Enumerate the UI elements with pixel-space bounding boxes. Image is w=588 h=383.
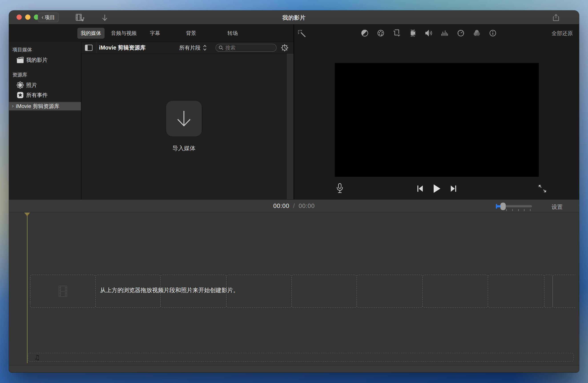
browser-settings-button[interactable] bbox=[281, 44, 289, 52]
enhance-wand-icon bbox=[297, 29, 306, 38]
search-icon bbox=[219, 45, 224, 50]
adjustment-buttons bbox=[361, 29, 497, 37]
enhance-button[interactable] bbox=[297, 29, 306, 38]
sidebar-item-label: 我的影片 bbox=[26, 57, 48, 63]
preview-pane: 全部还原 bbox=[294, 24, 579, 199]
crop-icon[interactable] bbox=[393, 29, 400, 37]
media-browser: iMovie 剪辑资源库 所有片段 bbox=[81, 42, 294, 199]
playhead[interactable] bbox=[24, 213, 30, 364]
playhead-line bbox=[27, 214, 28, 363]
speed-icon[interactable] bbox=[457, 29, 464, 37]
import-media-button[interactable] bbox=[166, 101, 202, 136]
media-browser-content: 导入媒体 bbox=[81, 54, 294, 199]
window-title: 我的影片 bbox=[9, 14, 579, 21]
slider-end-cap bbox=[496, 204, 497, 209]
import-media-label: 导入媒体 bbox=[172, 144, 195, 152]
timecode-display: 00:00 / 00:00 bbox=[9, 203, 579, 210]
play-button[interactable] bbox=[433, 184, 441, 193]
timeline-area[interactable]: 从上方的浏览器拖放视频片段和照片来开始创建影片。 ♫ bbox=[9, 212, 579, 365]
content-area: 我的媒体 音频与视频 字幕 背景 转场 项目媒体 bbox=[9, 24, 579, 199]
clip-placeholder-cell[interactable] bbox=[291, 275, 357, 308]
section-project-media: 项目媒体 bbox=[12, 46, 32, 53]
tab-transitions[interactable]: 转场 bbox=[224, 28, 241, 39]
sidebar-item-label: iMovie 剪辑资源库 bbox=[16, 103, 59, 110]
window-bottom-strip bbox=[9, 365, 579, 373]
time-separator: / bbox=[291, 203, 297, 209]
tab-titles[interactable]: 字幕 bbox=[147, 28, 164, 39]
sidebar-item-photos[interactable]: 照片 bbox=[9, 80, 81, 90]
photos-flower-icon bbox=[17, 81, 24, 89]
film-strip-icon bbox=[59, 286, 67, 297]
adjust-toolbar: 全部还原 bbox=[294, 24, 579, 42]
noise-reduction-icon[interactable] bbox=[441, 29, 449, 37]
sidebar-item-all-events[interactable]: 所有事件 bbox=[9, 90, 81, 100]
info-icon[interactable] bbox=[489, 29, 497, 37]
transport-controls bbox=[294, 184, 579, 193]
current-time: 00:00 bbox=[273, 203, 290, 209]
clip-filter-label: 所有片段 bbox=[179, 44, 201, 51]
fullscreen-button[interactable] bbox=[538, 184, 547, 193]
sidebar-item-label: 照片 bbox=[26, 81, 37, 89]
audio-track-placeholder[interactable]: ♫ bbox=[28, 353, 574, 362]
sidebar-item-imovie-library[interactable]: › iMovie 剪辑资源库 bbox=[9, 102, 81, 110]
timeline-empty-hint: 从上方的浏览器拖放视频片段和照片来开始创建影片。 bbox=[100, 286, 239, 294]
clip-placeholder-cell[interactable] bbox=[357, 275, 423, 308]
stabilization-icon[interactable] bbox=[409, 29, 417, 37]
browser-scrollbar[interactable] bbox=[286, 54, 294, 199]
clapperboard-icon bbox=[17, 57, 24, 63]
music-note-icon: ♫ bbox=[34, 353, 40, 361]
tab-my-media[interactable]: 我的媒体 bbox=[77, 28, 105, 39]
total-time: 00:00 bbox=[299, 203, 315, 209]
timeline-toolbar: 00:00 / 00:00 设置 bbox=[9, 199, 579, 212]
section-libraries: 资源库 bbox=[12, 72, 27, 78]
clip-placeholder-cell[interactable] bbox=[544, 275, 553, 308]
color-balance-icon[interactable] bbox=[361, 29, 369, 37]
next-button[interactable] bbox=[450, 185, 457, 192]
fullscreen-icon bbox=[538, 184, 547, 193]
color-correction-icon[interactable] bbox=[377, 29, 384, 37]
browser-title: iMovie 剪辑资源库 bbox=[99, 44, 146, 51]
slider-ticks bbox=[506, 209, 531, 211]
clip-filter-icon[interactable] bbox=[473, 29, 481, 37]
gear-icon bbox=[281, 44, 289, 52]
library-sidebar: 项目媒体 我的影片 资源库 bbox=[9, 42, 81, 199]
browser-column: 我的媒体 音频与视频 字幕 背景 转场 项目媒体 bbox=[9, 24, 294, 199]
reset-all-button[interactable]: 全部还原 bbox=[551, 30, 573, 37]
media-tabs-bar: 我的媒体 音频与视频 字幕 背景 转场 bbox=[9, 24, 294, 42]
star-square-icon bbox=[17, 92, 24, 98]
browser-header: iMovie 剪辑资源库 所有片段 bbox=[81, 42, 294, 54]
slider-thumb[interactable] bbox=[500, 203, 506, 210]
filter-chevrons-icon bbox=[203, 45, 207, 51]
title-bar: ‹ 项目 我的影片 bbox=[9, 10, 579, 24]
clip-placeholder-cell[interactable] bbox=[488, 275, 545, 308]
download-arrow-icon bbox=[176, 110, 192, 127]
clip-placeholder-cell[interactable] bbox=[30, 275, 96, 308]
imovie-window: ‹ 项目 我的影片 bbox=[9, 10, 579, 373]
previous-button[interactable] bbox=[417, 185, 423, 192]
sidebar-item-label: 所有事件 bbox=[26, 92, 48, 99]
tab-audio-video[interactable]: 音频与视频 bbox=[108, 28, 140, 39]
sidebar-toggle-icon bbox=[85, 45, 92, 51]
clip-filter-dropdown[interactable]: 所有片段 bbox=[179, 44, 207, 51]
timeline-settings-button[interactable]: 设置 bbox=[551, 203, 563, 211]
tab-backgrounds[interactable]: 背景 bbox=[183, 28, 199, 39]
video-preview[interactable] bbox=[335, 63, 539, 177]
desktop: { "titlebar": { "back_label": "项目", "tit… bbox=[0, 0, 588, 383]
volume-icon[interactable] bbox=[425, 29, 433, 37]
sidebar-item-my-movie[interactable]: 我的影片 bbox=[9, 55, 81, 65]
search-input[interactable] bbox=[225, 45, 268, 51]
playback-controls bbox=[294, 183, 579, 195]
search-field[interactable] bbox=[215, 44, 277, 52]
share-icon[interactable] bbox=[553, 14, 559, 21]
clip-placeholder-cell[interactable] bbox=[552, 275, 575, 308]
clip-placeholder-cell[interactable] bbox=[422, 275, 488, 308]
timeline-zoom-slider[interactable] bbox=[496, 203, 532, 209]
chevron-right-icon[interactable]: › bbox=[12, 103, 14, 109]
sidebar-toggle-button[interactable] bbox=[81, 42, 96, 53]
